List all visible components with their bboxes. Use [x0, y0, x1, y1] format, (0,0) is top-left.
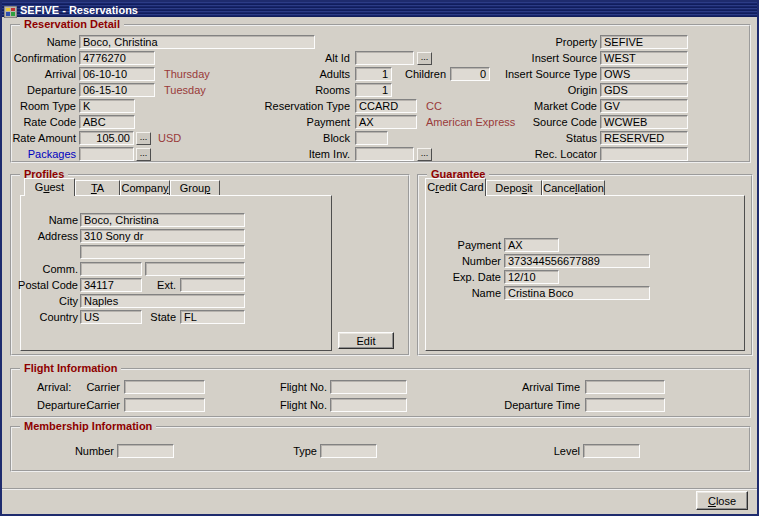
membership-type-label: Type: [255, 444, 317, 458]
insert-source-field[interactable]: WEST: [600, 51, 688, 65]
tab-ta[interactable]: TA: [75, 180, 120, 195]
address-label: Address: [6, 229, 78, 243]
source-code-field[interactable]: WCWEB: [600, 115, 688, 129]
packages-ellipsis-button[interactable]: ...: [136, 148, 151, 161]
market-code-label: Market Code: [497, 99, 597, 113]
arrival-carrier-field[interactable]: [124, 380, 205, 394]
profile-name-field[interactable]: Boco, Christina: [80, 213, 245, 227]
departure-time-label: Departure Time: [482, 398, 580, 412]
rate-amount-field[interactable]: 105.00: [79, 131, 134, 145]
tab-cancellation[interactable]: Cancellation: [542, 180, 605, 195]
exp-date-field[interactable]: 12/10: [504, 270, 559, 284]
reservation-type-label: Reservation Type: [247, 99, 350, 113]
block-field[interactable]: [355, 131, 388, 145]
rooms-label: Rooms: [247, 83, 350, 97]
departure-date-field[interactable]: 06-15-10: [79, 83, 155, 97]
postal-code-field[interactable]: 34117: [80, 278, 142, 292]
status-field[interactable]: RESERVED: [600, 131, 688, 145]
name-field[interactable]: Boco, Christina: [79, 35, 315, 49]
adults-label: Adults: [247, 67, 350, 81]
address-field-1[interactable]: 310 Sony dr: [80, 229, 245, 243]
departure-flight-no-label: Flight No.: [252, 398, 327, 412]
ext-label: Ext.: [148, 278, 176, 292]
adults-field[interactable]: 1: [355, 67, 392, 81]
item-inv-field[interactable]: [355, 147, 414, 161]
origin-field[interactable]: GDS: [600, 83, 688, 97]
currency-note: USD: [158, 131, 181, 145]
insert-source-type-label: Insert Source Type: [497, 67, 597, 81]
property-label: Property: [497, 35, 597, 49]
cc-name-field[interactable]: Cristina Boco: [504, 286, 650, 300]
close-button[interactable]: Close: [696, 491, 748, 510]
packages-link[interactable]: Packages: [4, 147, 76, 161]
tab-credit-card[interactable]: Credit Card: [425, 178, 486, 196]
confirmation-field[interactable]: 4776270: [79, 51, 155, 65]
status-label: Status: [497, 131, 597, 145]
item-inv-ellipsis-button[interactable]: ...: [417, 148, 432, 161]
departure-carrier-field[interactable]: [124, 398, 205, 412]
country-field[interactable]: US: [80, 310, 142, 324]
app-icon: [4, 4, 17, 16]
reservation-type-field[interactable]: CCARD: [355, 99, 417, 113]
tab-guest[interactable]: Guest: [24, 178, 75, 196]
market-code-field[interactable]: GV: [600, 99, 688, 113]
name-label: Name: [4, 35, 76, 49]
membership-number-label: Number: [42, 444, 114, 458]
ext-field[interactable]: [180, 278, 245, 292]
rec-locator-field[interactable]: [600, 147, 688, 161]
flight-information-title: Flight Information: [20, 362, 121, 375]
tab-deposit[interactable]: Deposit: [486, 180, 542, 195]
arrival-carrier-label: Carrier: [64, 380, 120, 394]
departure-day-note: Tuesday: [164, 83, 206, 97]
reservation-type-note: CC: [426, 99, 442, 113]
rate-code-field[interactable]: ABC: [79, 115, 135, 129]
membership-type-field[interactable]: [320, 444, 377, 458]
confirmation-label: Confirmation: [4, 51, 76, 65]
edit-button[interactable]: Edit: [338, 332, 394, 349]
rooms-field[interactable]: 1: [355, 83, 392, 97]
membership-level-label: Level: [518, 444, 580, 458]
footer-bar: [2, 488, 757, 514]
city-label: City: [6, 294, 78, 308]
source-code-label: Source Code: [497, 115, 597, 129]
arrival-date-field[interactable]: 06-10-10: [79, 67, 155, 81]
payment-field[interactable]: AX: [355, 115, 417, 129]
item-inv-label: Item Inv.: [247, 147, 350, 161]
window-title: SEFIVE - Reservations: [20, 3, 138, 17]
membership-level-field[interactable]: [583, 444, 640, 458]
arrival-day-note: Thursday: [164, 67, 210, 81]
arrival-time-label: Arrival Time: [482, 380, 580, 394]
cc-payment-field[interactable]: AX: [504, 238, 559, 252]
cc-number-field[interactable]: 373344556677889: [504, 254, 650, 268]
address-field-2[interactable]: [80, 245, 245, 259]
comm-field-1[interactable]: [80, 262, 142, 276]
tab-company[interactable]: Company: [120, 180, 170, 195]
reservation-detail-title: Reservation Detail: [20, 18, 124, 31]
membership-number-field[interactable]: [117, 444, 174, 458]
exp-date-label: Exp. Date: [420, 270, 501, 284]
alt-id-ellipsis-button[interactable]: ...: [417, 52, 432, 65]
room-type-field[interactable]: K: [79, 99, 135, 113]
property-field[interactable]: SEFIVE: [600, 35, 688, 49]
tab-group[interactable]: Group: [170, 180, 220, 195]
alt-id-field[interactable]: [355, 51, 414, 65]
packages-field[interactable]: [79, 147, 134, 161]
departure-carrier-label: Carrier: [64, 398, 120, 412]
cc-payment-label: Payment: [420, 238, 501, 252]
children-field[interactable]: 0: [450, 67, 490, 81]
cc-name-label: Name: [420, 286, 501, 300]
comm-label: Comm.: [6, 262, 78, 276]
insert-source-type-field[interactable]: OWS: [600, 67, 688, 81]
state-label: State: [148, 310, 176, 324]
comm-field-2[interactable]: [145, 262, 245, 276]
title-bar: SEFIVE - Reservations: [2, 2, 757, 17]
rate-amount-ellipsis-button[interactable]: ...: [136, 132, 151, 145]
arrival-flight-no-field[interactable]: [330, 380, 407, 394]
state-field[interactable]: FL: [180, 310, 245, 324]
departure-time-field[interactable]: [585, 398, 665, 412]
arrival-time-field[interactable]: [585, 380, 665, 394]
rate-amount-label: Rate Amount: [4, 131, 76, 145]
departure-flight-no-field[interactable]: [330, 398, 407, 412]
city-field[interactable]: Naples: [80, 294, 245, 308]
cc-number-label: Number: [420, 254, 501, 268]
